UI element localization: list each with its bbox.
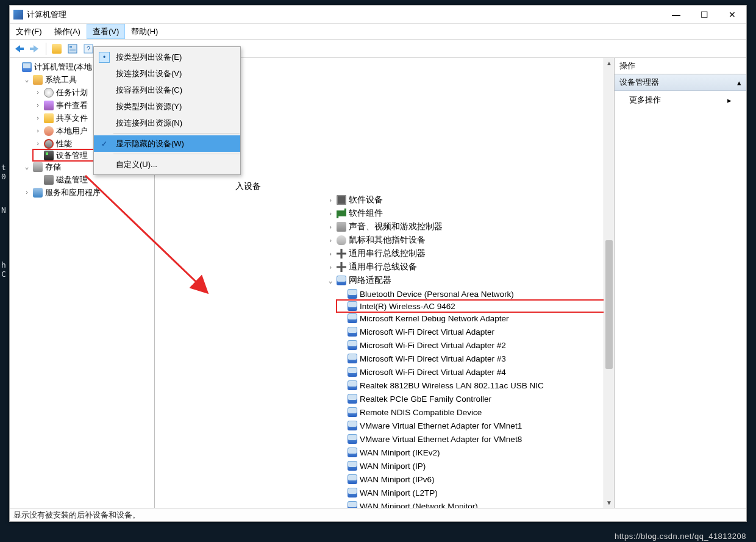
svg-marker-0 [15, 45, 20, 52]
tree-disk-management[interactable]: 磁盘管理 [33, 173, 153, 186]
network-adapter-label: VMware Virtual Ethernet Adapter for VMne… [360, 421, 522, 430]
expand-icon[interactable]: › [23, 188, 30, 196]
menuitem-label: 自定义(U)... [116, 159, 157, 170]
up-button[interactable] [49, 41, 64, 56]
network-icon [337, 276, 346, 285]
collapse-icon[interactable]: ⌄ [23, 76, 30, 84]
menuitem-show-hidden-devices[interactable]: ✓ 显示隐藏的设备(W) [94, 135, 240, 152]
collapse-icon[interactable]: ⌄ [327, 277, 334, 285]
submenu-icon: ▸ [727, 96, 732, 105]
menuitem-by-type-resources[interactable]: 按类型列出资源(Y) [94, 98, 240, 115]
scroll-up-button[interactable]: ▲ [604, 58, 614, 68]
network-adapter-label: Realtek 8812BU Wireless LAN 802.11ac USB… [360, 381, 544, 390]
menuitem-by-connection-resources[interactable]: 按连接列出资源(N) [94, 115, 240, 131]
menu-help[interactable]: 帮助(H) [125, 24, 164, 39]
network-adapter-item[interactable]: Realtek PCIe GbE Family Controller [337, 392, 614, 405]
network-adapter-item[interactable]: WAN Miniport (IKEv2) [337, 446, 614, 459]
network-adapter-icon [348, 354, 357, 363]
category-software-devices[interactable]: ›软件设备 [326, 193, 614, 207]
status-text: 显示没有被安装的后补设备和设备。 [13, 510, 140, 519]
network-adapter-item[interactable]: WAN Miniport (IPv6) [337, 472, 614, 486]
network-adapter-item[interactable]: WAN Miniport (L2TP) [337, 486, 614, 499]
scroll-thumb[interactable] [605, 240, 613, 369]
category-usb-devices[interactable]: ›通用串行总线设备 [326, 260, 614, 274]
expand-icon[interactable]: › [327, 263, 334, 271]
network-adapter-item[interactable]: Microsoft Wi-Fi Direct Virtual Adapter [337, 325, 614, 338]
expand-icon[interactable]: › [34, 114, 41, 122]
minimize-button[interactable]: — [662, 5, 690, 24]
network-adapter-item[interactable]: Microsoft Wi-Fi Direct Virtual Adapter #… [337, 338, 614, 352]
menu-action[interactable]: 操作(A) [48, 24, 87, 39]
menuitem-by-connection-devices[interactable]: 按连接列出设备(V) [94, 65, 240, 82]
network-adapter-icon [348, 327, 357, 337]
network-adapter-item[interactable]: Realtek 8812BU Wireless LAN 802.11ac USB… [337, 379, 614, 392]
category-mouse[interactable]: ›鼠标和其他指针设备 [326, 234, 614, 247]
network-adapter-item[interactable]: WAN Miniport (IP) [337, 459, 614, 472]
category-usb-controllers[interactable]: ›通用串行总线控制器 [326, 247, 614, 260]
network-adapter-item[interactable]: Microsoft Wi-Fi Direct Virtual Adapter #… [337, 365, 614, 379]
expand-icon[interactable]: › [327, 196, 334, 204]
network-adapter-icon [348, 313, 357, 323]
scroll-down-button[interactable]: ▼ [604, 497, 614, 508]
menu-view[interactable]: 查看(V) [87, 24, 125, 39]
network-adapter-item[interactable]: VMware Virtual Ethernet Adapter for VMne… [337, 419, 614, 432]
actions-section-devicemanager[interactable]: 设备管理器 ▴ [615, 74, 746, 91]
action-more-actions-label: 更多操作 [629, 94, 661, 105]
network-adapter-label: Microsoft Wi-Fi Direct Virtual Adapter [360, 327, 494, 337]
toolbar-separator [46, 43, 46, 55]
category-sound[interactable]: ›声音、视频和游戏控制器 [326, 220, 614, 234]
expand-icon[interactable]: › [327, 210, 334, 218]
back-button[interactable] [12, 41, 27, 56]
bg-letter: 0 [1, 172, 6, 181]
forward-button[interactable] [28, 41, 43, 56]
network-adapter-icon [348, 461, 357, 471]
network-adapter-item[interactable]: Microsoft Wi-Fi Direct Virtual Adapter #… [337, 352, 614, 365]
expand-icon[interactable]: › [327, 250, 334, 258]
tree-storage-label: 存储 [45, 162, 61, 173]
network-adapter-item[interactable]: WAN Miniport (Network Monitor) [337, 499, 614, 508]
expand-icon[interactable]: › [34, 127, 41, 135]
component-icon [337, 209, 346, 218]
network-adapter-item[interactable]: Microsoft Kernel Debug Network Adapter [337, 312, 614, 325]
network-adapter-item[interactable]: Bluetooth Device (Personal Area Network) [337, 287, 614, 301]
tree-root-label: 计算机管理(本地 [34, 62, 92, 73]
menuitem-customize[interactable]: 自定义(U)... [94, 156, 240, 173]
tools-icon [33, 75, 43, 85]
expand-icon[interactable]: › [327, 223, 334, 231]
category-network-adapters[interactable]: ⌄网络适配器 [326, 274, 614, 287]
action-more-actions[interactable]: 更多操作 ▸ [615, 91, 746, 109]
device-category-partial[interactable]: 入设备 [234, 180, 614, 193]
menu-file[interactable]: 文件(F) [10, 24, 48, 39]
view-menu-dropdown: • 按类型列出设备(E) 按连接列出设备(V) 按容器列出设备(C) 按类型列出… [93, 46, 241, 175]
scroll-track[interactable] [604, 68, 614, 497]
close-button[interactable]: ✕ [718, 5, 746, 24]
collapse-icon: ▴ [737, 78, 741, 87]
network-adapter-icon [348, 367, 357, 377]
menuitem-by-type-devices[interactable]: • 按类型列出设备(E) [94, 49, 240, 65]
storage-icon [33, 162, 43, 172]
usb-icon [337, 262, 346, 272]
expand-icon[interactable]: › [34, 88, 41, 96]
network-adapter-label: Remote NDIS Compatible Device [360, 408, 482, 417]
actions-header: 操作 [615, 58, 746, 74]
center-scrollbar[interactable]: ▲ ▼ [604, 58, 614, 508]
expand-icon[interactable]: › [34, 140, 41, 148]
network-adapter-item[interactable]: VMware Virtual Ethernet Adapter for VMne… [337, 432, 614, 446]
actions-section-label: 设备管理器 [619, 77, 659, 88]
tree-disk-management-label: 磁盘管理 [56, 174, 88, 185]
tree-services-apps[interactable]: › 服务和应用程序 [22, 186, 153, 199]
network-adapter-item[interactable]: Remote NDIS Compatible Device [337, 405, 614, 419]
network-adapter-item[interactable]: Intel(R) Wireless-AC 9462 [336, 299, 614, 313]
svg-rect-5 [70, 46, 72, 48]
menuitem-by-container-devices[interactable]: 按容器列出设备(C) [94, 82, 240, 98]
expand-icon[interactable]: › [327, 237, 334, 244]
performance-icon [44, 139, 54, 149]
network-adapter-label: Intel(R) Wireless-AC 9462 [360, 302, 455, 311]
expand-icon[interactable]: › [34, 101, 41, 109]
properties-button[interactable] [65, 41, 80, 56]
maximize-button[interactable]: ☐ [690, 5, 718, 24]
category-software-components[interactable]: ›软件组件 [326, 207, 614, 220]
collapse-icon[interactable]: ⌄ [23, 163, 30, 171]
svg-rect-7 [70, 51, 76, 51]
tree-services-apps-label: 服务和应用程序 [45, 187, 101, 198]
